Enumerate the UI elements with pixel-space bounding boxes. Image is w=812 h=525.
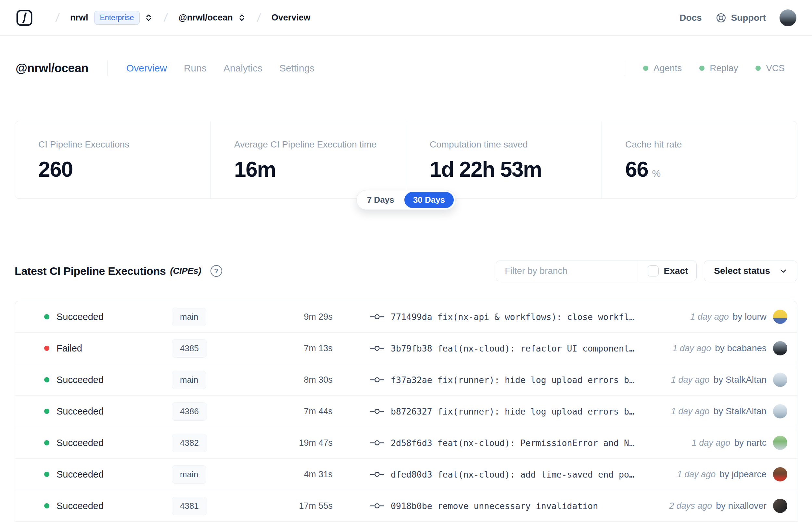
git-commit-icon — [370, 439, 384, 446]
exact-checkbox[interactable] — [648, 266, 659, 276]
author-avatar — [773, 373, 787, 387]
tab-analytics[interactable]: Analytics — [224, 63, 262, 74]
feature-badge-vcs[interactable]: VCS — [755, 63, 785, 73]
cipe-section-header: Latest CI Pipeline Executions (CIPEs) ? … — [15, 260, 797, 281]
tab-runs[interactable]: Runs — [184, 63, 206, 74]
author-avatar — [773, 404, 787, 418]
breadcrumb-separator: / — [55, 11, 60, 25]
tab-settings[interactable]: Settings — [279, 63, 315, 74]
breadcrumb-org[interactable]: nrwl Enterprise — [70, 11, 153, 25]
branch-filter-input[interactable] — [496, 261, 639, 281]
stat-value: 1d 22h 53m — [430, 157, 542, 182]
chevron-down-icon — [779, 267, 787, 275]
commit-author: by StalkAltan — [714, 375, 767, 385]
divider — [107, 60, 108, 76]
date-range-toggle: 7 Days 30 Days — [356, 190, 456, 210]
git-commit-icon — [370, 471, 384, 478]
commit-time: 1 day ago — [673, 343, 711, 354]
commit-text: f37a32aefix(runner): hide log upload err… — [391, 375, 634, 385]
page-title: @nrwl/ocean — [16, 61, 88, 75]
range-30-days-button[interactable]: 30 Days — [404, 192, 454, 208]
feature-badges: Agents Replay VCS — [643, 63, 785, 73]
status-select-dropdown[interactable]: Select status — [704, 260, 797, 281]
status-dot — [44, 314, 49, 319]
workspace-switcher-icon[interactable] — [238, 13, 246, 22]
commit-time: 1 day ago — [690, 312, 729, 322]
green-status-dot — [643, 65, 648, 71]
commit-author: by lourw — [733, 312, 767, 322]
divider — [624, 60, 624, 76]
status-label: Failed — [57, 343, 172, 354]
section-title: Latest CI Pipeline Executions — [15, 265, 166, 278]
green-status-dot — [699, 65, 704, 71]
breadcrumb-workspace[interactable]: @nrwl/ocean — [178, 13, 246, 23]
commit-author: by bcabanes — [715, 343, 767, 354]
status-select-label: Select status — [714, 266, 770, 276]
author-avatar — [773, 341, 787, 356]
duration: 8m 30s — [273, 375, 333, 385]
user-avatar[interactable] — [780, 10, 796, 26]
support-link[interactable]: Support — [716, 12, 766, 24]
author-avatar — [773, 310, 787, 324]
status-label: Succeeded — [57, 312, 172, 322]
status-label: Succeeded — [57, 469, 172, 480]
stat-card-executions: CI Pipeline Executions 260 — [15, 121, 211, 198]
feature-badge-agents[interactable]: Agents — [643, 63, 682, 73]
status-label: Succeeded — [57, 375, 172, 385]
git-commit-icon — [370, 502, 384, 509]
stat-card-cache-hit: Cache hit rate 66% — [601, 121, 797, 198]
cipe-row[interactable]: Succeeded main 9m 29s 771499dafix(nx-api… — [15, 301, 797, 333]
commit-text: 2d58f6d3feat(nx-cloud): PermissionError … — [391, 438, 634, 448]
workspace-header: @nrwl/ocean Overview Runs Analytics Sett… — [16, 60, 796, 76]
duration: 9m 29s — [273, 312, 333, 322]
duration: 7m 13s — [273, 343, 333, 354]
commit-author: by nixallover — [716, 501, 767, 511]
green-status-dot — [755, 65, 761, 71]
branch-chip: main — [172, 465, 206, 484]
cipe-row[interactable]: Failed 4385 7m 13s 3b79fb38feat(nx-cloud… — [15, 333, 797, 364]
branch-chip: main — [172, 308, 206, 326]
author-avatar — [773, 436, 787, 450]
commit-text: 3b79fb38feat(nx-cloud): refactor UI comp… — [391, 343, 634, 354]
breadcrumb-separator: / — [163, 11, 168, 25]
status-dot — [44, 409, 49, 414]
feature-badge-replay[interactable]: Replay — [699, 63, 738, 73]
status-dot — [44, 503, 49, 508]
commit-time: 1 day ago — [692, 438, 731, 448]
commit-text: dfed80d3feat(nx-cloud): add time-saved e… — [391, 469, 634, 480]
branch-chip: 4381 — [172, 497, 207, 515]
help-icon[interactable]: ? — [211, 265, 222, 277]
support-label: Support — [731, 13, 766, 23]
branch-chip: main — [172, 371, 206, 389]
git-commit-icon — [370, 408, 384, 415]
duration: 17m 55s — [273, 501, 333, 511]
status-dot — [44, 440, 49, 446]
nx-logo[interactable] — [16, 9, 33, 27]
workspace-name: @nrwl/ocean — [178, 13, 232, 23]
exact-toggle: Exact — [639, 261, 697, 281]
org-switcher-icon[interactable] — [144, 13, 153, 22]
cipe-row[interactable]: Succeeded main 4m 31s dfed80d3feat(nx-cl… — [15, 459, 797, 490]
cipe-row[interactable]: Succeeded main 8m 30s f37a32aefix(runner… — [15, 364, 797, 396]
commit-text: 771499dafix(nx-api & workflows): close w… — [391, 312, 634, 322]
range-7-days-button[interactable]: 7 Days — [358, 192, 403, 208]
status-label: Succeeded — [57, 501, 172, 511]
duration: 19m 47s — [273, 438, 333, 448]
cipe-row[interactable]: Succeeded 4386 7m 44s b8726327fix(runner… — [15, 396, 797, 427]
branch-chip: 4385 — [172, 339, 207, 358]
commit-text: 0918b0beremove unnecessary invalidation — [391, 501, 598, 511]
docs-link[interactable]: Docs — [679, 13, 702, 23]
life-ring-icon — [716, 12, 726, 24]
cipe-row[interactable]: Succeeded 4382 19m 47s 2d58f6d3feat(nx-c… — [15, 427, 797, 459]
nx-cloud-dashboard: / nrwl Enterprise / @nrwl/ocean — [0, 0, 812, 525]
enterprise-badge: Enterprise — [94, 11, 140, 25]
workspace-tabs: Overview Runs Analytics Settings — [126, 63, 315, 74]
tab-overview[interactable]: Overview — [126, 63, 167, 74]
exact-label: Exact — [664, 266, 688, 276]
stat-value: 16m — [234, 157, 276, 182]
commit-time: 1 day ago — [671, 406, 710, 417]
branch-chip: 4386 — [172, 402, 207, 421]
cipe-row[interactable]: Succeeded 4381 17m 55s 0918b0beremove un… — [15, 490, 797, 522]
branch-chip: 4382 — [172, 434, 207, 452]
stat-value: 260 — [38, 157, 73, 182]
